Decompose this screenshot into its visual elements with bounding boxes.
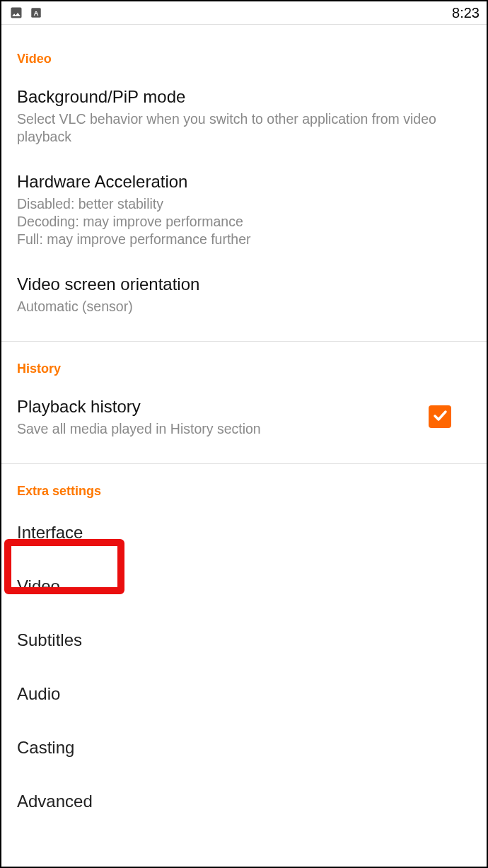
extra-item-audio[interactable]: Audio xyxy=(1,667,487,721)
setting-playback-history[interactable]: Playback history Save all media played i… xyxy=(1,383,487,451)
check-icon xyxy=(431,407,448,427)
extra-item-casting[interactable]: Casting xyxy=(1,721,487,775)
setting-desc: Disabled: better stability Decoding: may… xyxy=(17,195,471,248)
section-header-extra: Extra settings xyxy=(1,464,487,506)
section-video: Video Background/PiP mode Select VLC beh… xyxy=(1,32,487,342)
section-history: History Playback history Save all media … xyxy=(1,342,487,464)
setting-desc: Save all media played in History section xyxy=(17,420,417,438)
section-extra-settings: Extra settings Interface Video Subtitles… xyxy=(1,464,487,841)
setting-desc: Select VLC behavior when you switch to o… xyxy=(17,110,471,146)
setting-title: Playback history xyxy=(17,396,417,417)
settings-content: Video Background/PiP mode Select VLC beh… xyxy=(1,25,487,841)
status-time: 8:23 xyxy=(452,5,480,21)
section-header-video: Video xyxy=(1,32,487,74)
setting-hardware-acceleration[interactable]: Hardware Acceleration Disabled: better s… xyxy=(1,158,487,261)
setting-video-orientation[interactable]: Video screen orientation Automatic (sens… xyxy=(1,261,487,328)
extra-item-interface[interactable]: Interface xyxy=(1,506,487,560)
status-icons-left: A xyxy=(8,5,44,21)
svg-text:A: A xyxy=(33,9,38,17)
extra-item-label: Video xyxy=(17,577,471,596)
setting-desc: Automatic (sensor) xyxy=(17,298,471,316)
setting-title: Hardware Acceleration xyxy=(17,171,471,192)
extra-item-advanced[interactable]: Advanced xyxy=(1,775,487,828)
setting-title: Video screen orientation xyxy=(17,274,471,295)
section-header-history: History xyxy=(1,342,487,383)
extra-item-label: Casting xyxy=(17,738,471,758)
extra-item-label: Advanced xyxy=(17,792,471,811)
checkbox-playback-history[interactable] xyxy=(429,405,451,428)
extra-item-label: Subtitles xyxy=(17,630,471,650)
image-icon xyxy=(8,5,24,21)
extra-item-label: Interface xyxy=(17,523,471,543)
setting-background-pip[interactable]: Background/PiP mode Select VLC behavior … xyxy=(1,74,487,158)
extra-item-subtitles[interactable]: Subtitles xyxy=(1,613,487,667)
app-icon: A xyxy=(28,5,44,21)
status-bar: A 8:23 xyxy=(1,1,487,24)
extra-item-label: Audio xyxy=(17,684,471,704)
extra-item-video[interactable]: Video xyxy=(1,560,487,613)
setting-title: Background/PiP mode xyxy=(17,86,471,108)
